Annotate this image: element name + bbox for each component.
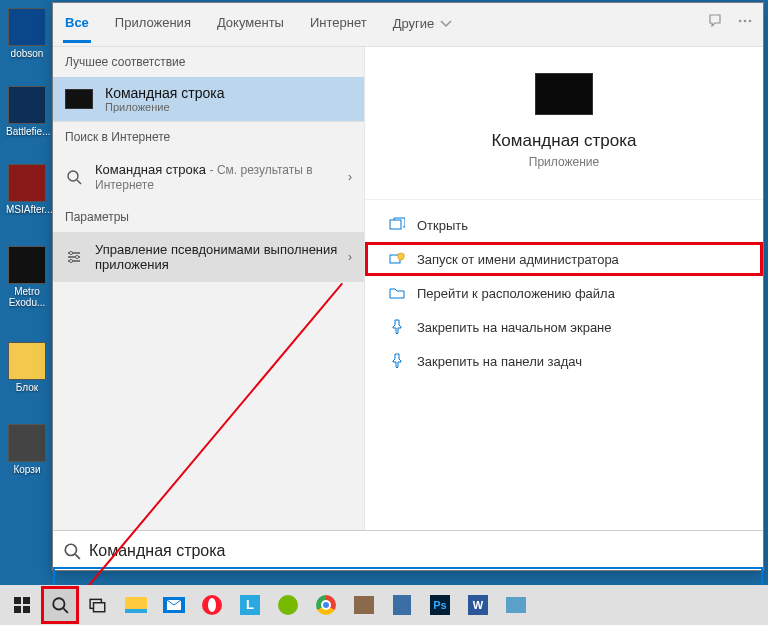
tab-bar: Все Приложения Документы Интернет Другие — [53, 3, 763, 47]
tab-web[interactable]: Интернет — [308, 3, 369, 40]
action-run-admin[interactable]: Запуск от имени администратора — [365, 242, 763, 276]
svg-point-1 — [744, 20, 747, 23]
taskbar-app[interactable]: L — [232, 587, 268, 623]
action-pin-taskbar[interactable]: Закрепить на панели задач — [365, 344, 763, 378]
taskbar-explorer[interactable] — [118, 587, 154, 623]
pin-icon — [389, 319, 405, 335]
svg-rect-7 — [390, 220, 401, 229]
desktop-icon[interactable]: dobson — [6, 8, 48, 59]
section-web: Поиск в Интернете — [53, 122, 364, 152]
taskbar-opera[interactable] — [194, 587, 230, 623]
tab-all[interactable]: Все — [63, 3, 91, 43]
svg-rect-11 — [23, 597, 30, 604]
params-row[interactable]: Управление псевдонимами выполнения прило… — [53, 232, 364, 282]
preview-thumb — [535, 73, 593, 115]
params-label: Управление псевдонимами выполнения прило… — [95, 242, 352, 272]
action-open[interactable]: Открыть — [365, 208, 763, 242]
search-icon — [65, 168, 83, 186]
shield-icon — [389, 251, 405, 267]
section-params: Параметры — [53, 202, 364, 232]
taskbar-app[interactable] — [346, 587, 382, 623]
svg-point-3 — [68, 171, 78, 181]
preview-pane: Командная строка Приложение Открыть Запу… — [364, 47, 763, 530]
chevron-right-icon: › — [348, 170, 352, 184]
svg-point-5 — [76, 256, 79, 259]
taskbar-chrome[interactable] — [308, 587, 344, 623]
desktop-icon[interactable]: Metro Exodu... — [6, 246, 48, 308]
best-match-subtitle: Приложение — [105, 101, 224, 113]
preview-subtitle: Приложение — [529, 155, 599, 169]
start-button[interactable] — [4, 587, 40, 623]
desktop-icon[interactable]: Блок — [6, 342, 48, 393]
svg-rect-16 — [94, 603, 105, 612]
svg-point-4 — [70, 252, 73, 255]
taskbar-photoshop[interactable]: Ps — [422, 587, 458, 623]
web-result-label: Командная строка — [95, 162, 206, 177]
folder-icon — [389, 285, 405, 301]
best-match-item[interactable]: Командная строка Приложение — [53, 77, 364, 122]
search-panel: Все Приложения Документы Интернет Другие… — [52, 2, 764, 571]
actions-list: Открыть Запуск от имени администратора П… — [365, 199, 763, 386]
desktop-icon[interactable]: Корзи — [6, 424, 48, 475]
results-list: Лучшее соответствие Командная строка При… — [53, 47, 364, 530]
taskbar: L Ps W — [0, 585, 768, 625]
tab-docs[interactable]: Документы — [215, 3, 286, 40]
best-match-title: Командная строка — [105, 85, 224, 101]
chevron-right-icon: › — [348, 250, 352, 264]
svg-point-0 — [739, 20, 742, 23]
taskbar-mail[interactable] — [156, 587, 192, 623]
cmd-icon — [65, 89, 93, 109]
web-result-row[interactable]: Командная строка - См. результаты в Инте… — [53, 152, 364, 202]
pin-icon — [389, 353, 405, 369]
svg-point-6 — [70, 260, 73, 263]
search-icon — [63, 542, 81, 560]
tab-other[interactable]: Другие — [391, 3, 457, 41]
preview-title: Командная строка — [491, 131, 636, 151]
svg-point-2 — [749, 20, 752, 23]
open-icon — [389, 217, 405, 233]
taskbar-nvidia[interactable] — [270, 587, 306, 623]
taskbar-calc[interactable] — [384, 587, 420, 623]
action-pin-start[interactable]: Закрепить на начальном экране — [365, 310, 763, 344]
svg-rect-13 — [23, 606, 30, 613]
desktop-icon[interactable]: MSIAfter... — [6, 164, 48, 215]
more-icon[interactable] — [737, 13, 753, 29]
taskbar-app[interactable] — [498, 587, 534, 623]
desktop-icon[interactable]: Battlefie... — [6, 86, 48, 137]
settings-icon — [65, 248, 83, 266]
action-file-location[interactable]: Перейти к расположению файла — [365, 276, 763, 310]
search-box[interactable] — [53, 530, 763, 570]
feedback-icon[interactable] — [707, 13, 723, 29]
taskbar-search[interactable] — [42, 587, 78, 623]
tab-apps[interactable]: Приложения — [113, 3, 193, 40]
chevron-down-icon — [438, 15, 454, 31]
section-best: Лучшее соответствие — [53, 47, 364, 77]
search-input[interactable] — [89, 542, 753, 560]
taskbar-taskview[interactable] — [80, 587, 116, 623]
svg-rect-12 — [14, 606, 21, 613]
svg-point-14 — [53, 598, 64, 609]
taskbar-word[interactable]: W — [460, 587, 496, 623]
svg-rect-10 — [14, 597, 21, 604]
svg-point-9 — [65, 544, 76, 555]
